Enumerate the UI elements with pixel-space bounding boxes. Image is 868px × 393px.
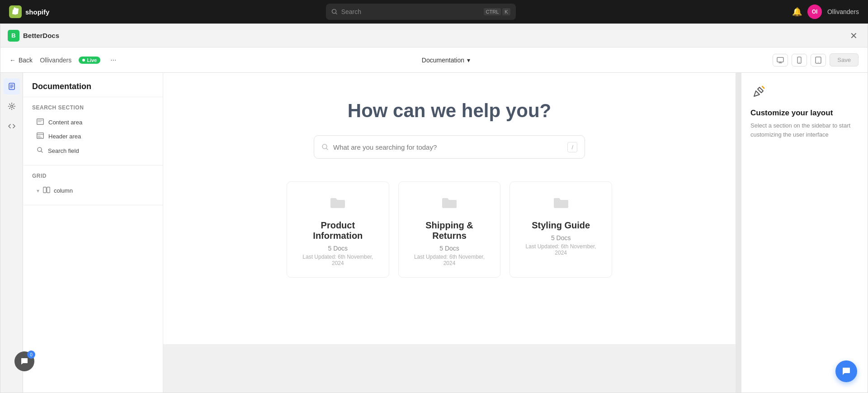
preview-scroll[interactable]: How can we help you? / xyxy=(163,73,736,393)
content-area-icon xyxy=(37,118,44,126)
shopify-search-bar[interactable]: CTRL K xyxy=(326,4,516,20)
chat-bubble-icon xyxy=(20,357,28,365)
sidebar-code-icon[interactable] xyxy=(4,118,20,134)
svg-point-8 xyxy=(10,105,13,108)
preview-scrollbar[interactable] xyxy=(736,73,741,393)
store-name-label: Ollivanders xyxy=(40,57,71,64)
doc-card-folder-icon-2 xyxy=(553,195,569,213)
app-header-left: B BetterDocs xyxy=(8,30,59,42)
grid-section-group: Grid ▾ column xyxy=(23,166,163,205)
doc-card-folder-icon-0 xyxy=(330,195,346,213)
search-field-icon xyxy=(37,147,43,155)
left-panel: Documentation Search section Content are… xyxy=(23,73,163,393)
doc-card-title-0: Product Information xyxy=(296,220,380,241)
chat-support-button[interactable] xyxy=(835,360,857,382)
customize-layout-icon xyxy=(750,84,859,103)
shopify-search-icon xyxy=(331,9,338,15)
live-status-badge: Live xyxy=(79,57,100,64)
app-close-button[interactable]: ✕ xyxy=(847,29,860,42)
more-options-button[interactable]: ··· xyxy=(108,55,119,65)
dropdown-chevron-icon: ▾ xyxy=(467,57,470,64)
editor-header-right: Save xyxy=(773,53,859,66)
column-chevron-icon: ▾ xyxy=(37,188,39,194)
shopify-logo: shopify xyxy=(9,5,49,18)
search-shortcut: CTRL K xyxy=(484,8,510,15)
chat-icon xyxy=(841,366,851,376)
docs-grid: Product Information 5 Docs Last Updated:… xyxy=(287,181,612,278)
grid-label: Grid xyxy=(32,173,154,179)
editor-header: ← Back Ollivanders Live ··· Documentatio… xyxy=(0,47,868,73)
live-dot-indicator xyxy=(82,59,85,62)
svg-rect-13 xyxy=(47,187,50,193)
back-arrow-icon: ← xyxy=(9,57,16,64)
app-window: B BetterDocs ✕ ← Back Ollivanders Live ·… xyxy=(0,24,868,393)
svg-rect-10 xyxy=(37,133,44,139)
slash-keyboard-hint: / xyxy=(567,142,577,152)
right-panel-description: Select a section on the sidebar to start… xyxy=(750,121,859,139)
header-area-item[interactable]: Header area xyxy=(32,129,154,143)
doc-card-count-1: 5 Docs xyxy=(439,245,459,252)
doc-card-title-2: Styling Guide xyxy=(532,220,590,231)
content-area-item[interactable]: Content area xyxy=(32,115,154,129)
sidebar-settings-icon[interactable] xyxy=(4,98,20,114)
documentation-dropdown-button[interactable]: Documentation ▾ xyxy=(422,57,470,64)
svg-point-6 xyxy=(818,62,819,62)
left-panel-title: Documentation xyxy=(32,82,154,91)
header-area-label: Header area xyxy=(48,133,81,140)
header-area-icon xyxy=(37,133,44,140)
doc-card-updated-2: Last Updated: 6th November, 2024 xyxy=(519,243,603,256)
doc-card-2[interactable]: Styling Guide 5 Docs Last Updated: 6th N… xyxy=(509,181,612,278)
desktop-view-button[interactable] xyxy=(773,54,788,66)
notification-button[interactable]: 0 xyxy=(14,351,34,371)
save-button[interactable]: Save xyxy=(830,53,859,66)
shopify-bar-right: 🔔 OI Ollivanders xyxy=(792,5,859,19)
doc-card-0[interactable]: Product Information 5 Docs Last Updated:… xyxy=(287,181,389,278)
icon-sidebar xyxy=(0,73,23,393)
svg-point-4 xyxy=(799,62,800,62)
tablet-icon xyxy=(815,57,822,64)
left-panel-header: Documentation xyxy=(23,73,163,97)
preview-hero-title: How can we help you? xyxy=(348,100,551,122)
grid-column-item[interactable]: ▾ column xyxy=(32,184,154,198)
mobile-icon xyxy=(796,57,803,64)
shopify-topbar: shopify CTRL K 🔔 OI Ollivanders xyxy=(0,0,868,24)
right-panel-title: Customize your layout xyxy=(750,109,859,118)
app-title: BetterDocs xyxy=(23,32,59,39)
editor-body: Documentation Search section Content are… xyxy=(0,73,868,393)
doc-card-count-0: 5 Docs xyxy=(328,245,348,252)
doc-card-updated-1: Last Updated: 6th November, 2024 xyxy=(408,254,491,266)
content-area-label: Content area xyxy=(48,119,82,126)
preview-frame: How can we help you? / xyxy=(163,73,736,344)
doc-card-1[interactable]: Shipping & Returns 5 Docs Last Updated: … xyxy=(398,181,501,278)
shopify-wordmark: shopify xyxy=(25,8,49,16)
search-field-item[interactable]: Search field xyxy=(32,143,154,158)
app-header: B BetterDocs ✕ xyxy=(0,24,868,47)
doc-card-folder-icon-1 xyxy=(441,195,458,213)
preview-area: How can we help you? / xyxy=(163,73,741,393)
svg-rect-12 xyxy=(43,187,47,193)
preview-search-icon xyxy=(321,143,329,151)
app-logo-icon: B xyxy=(8,30,19,42)
user-avatar: OI xyxy=(807,5,822,19)
preview-search-bar[interactable]: / xyxy=(314,135,585,159)
search-section-group: Search section Content area xyxy=(23,97,163,166)
svg-rect-2 xyxy=(777,57,783,62)
search-section-label: Search section xyxy=(32,104,154,111)
doc-card-title-1: Shipping & Returns xyxy=(408,220,491,241)
back-button[interactable]: ← Back xyxy=(9,57,33,64)
app-logo: B BetterDocs xyxy=(8,30,59,42)
right-panel: Customize your layout Select a section o… xyxy=(741,73,868,393)
notification-bell-button[interactable]: 🔔 xyxy=(792,7,802,17)
editor-header-left: ← Back Ollivanders Live ··· xyxy=(9,55,119,65)
doc-card-updated-0: Last Updated: 6th November, 2024 xyxy=(296,254,380,266)
column-grid-icon xyxy=(43,187,50,194)
mobile-view-button[interactable] xyxy=(792,54,807,66)
preview-search-input[interactable] xyxy=(333,143,563,151)
tablet-view-button[interactable] xyxy=(811,54,826,66)
notification-wrapper: 0 xyxy=(7,362,27,382)
notification-count-badge: 0 xyxy=(27,350,35,359)
sidebar-pages-icon[interactable] xyxy=(4,78,20,95)
user-name-label: Ollivanders xyxy=(827,8,859,15)
search-field-label: Search field xyxy=(48,147,79,154)
shopify-search-input[interactable] xyxy=(341,8,480,15)
